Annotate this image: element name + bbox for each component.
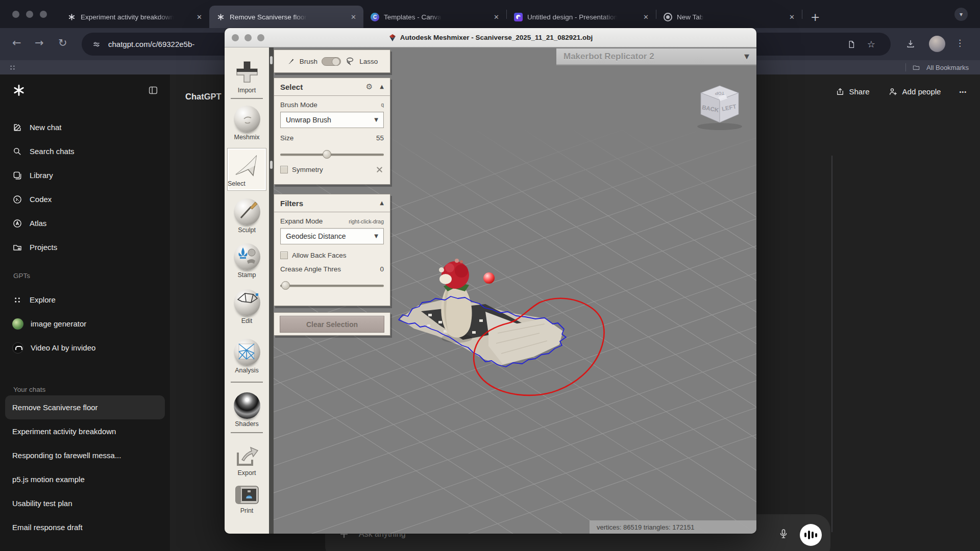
crease-angle-value: 0 xyxy=(380,265,384,273)
sidebar-item-projects[interactable]: Projects xyxy=(5,235,165,259)
tab-title: New Tab xyxy=(677,13,703,21)
gear-icon[interactable]: ⚙ xyxy=(366,83,373,91)
tab-close-icon[interactable]: ✕ xyxy=(788,14,796,20)
scroll-indicator xyxy=(270,56,273,64)
size-slider[interactable] xyxy=(280,150,384,159)
symmetry-checkbox[interactable] xyxy=(280,166,288,173)
tool-shaders[interactable]: Shaders xyxy=(225,392,269,428)
close-window-button[interactable] xyxy=(232,34,239,41)
tab-new-tab[interactable]: New Tab ✕ xyxy=(656,6,802,28)
minimize-window-button[interactable] xyxy=(244,34,252,41)
select-panel-header[interactable]: Select ⚙ ▲ xyxy=(274,78,390,96)
tool-sculpt[interactable]: Sculpt xyxy=(225,198,269,234)
printer-selector-dropdown[interactable]: Makerbot Replicator 2 ▼ xyxy=(556,48,756,65)
chat-item-remove-scaniverse[interactable]: Remove Scaniverse floor xyxy=(5,395,165,419)
profile-avatar[interactable] xyxy=(929,36,945,52)
bookmark-star-icon[interactable]: ☆ xyxy=(867,40,875,49)
brush-icon xyxy=(286,57,296,66)
collapse-icon[interactable]: ▲ xyxy=(380,84,384,89)
share-button[interactable]: Share xyxy=(836,87,870,96)
chat-item-p5js-motion[interactable]: p5.js motion example xyxy=(5,467,165,491)
tab-close-icon[interactable]: ✕ xyxy=(195,14,203,20)
tool-print[interactable]: Print xyxy=(225,483,269,514)
clear-selection-label: Clear Selection xyxy=(306,320,358,329)
allow-back-faces-checkbox[interactable] xyxy=(280,252,288,259)
zoom-window-button[interactable] xyxy=(40,11,47,18)
back-icon[interactable]: ← xyxy=(12,38,21,48)
tool-analysis[interactable]: Analysis xyxy=(225,339,269,374)
tab-search-chevron-icon[interactable]: ▾ xyxy=(954,8,968,21)
slider-knob[interactable] xyxy=(281,281,290,290)
brush-lasso-toggle[interactable] xyxy=(322,57,341,66)
minimize-window-button[interactable] xyxy=(26,11,33,18)
sidebar-item-codex[interactable]: Codex xyxy=(5,187,165,211)
tool-import[interactable]: Import xyxy=(225,59,269,94)
atlas-icon xyxy=(12,218,22,229)
collapse-icon[interactable]: ▲ xyxy=(380,201,384,206)
tab-templates-canva[interactable]: C Templates - Canva ✕ xyxy=(363,6,506,28)
slider-knob[interactable] xyxy=(323,150,331,159)
tool-stamp[interactable]: Stamp xyxy=(225,243,269,279)
new-tab-button[interactable]: + xyxy=(811,12,820,23)
tab-close-icon[interactable]: ✕ xyxy=(493,14,500,20)
chat-item-experiment-activity[interactable]: Experiment activity breakdown xyxy=(5,419,165,443)
tool-label: Edit xyxy=(225,317,269,324)
page-title[interactable]: ChatGPT xyxy=(185,92,222,102)
browser-menu-icon[interactable]: ⋮ xyxy=(955,39,964,47)
reload-icon[interactable]: ↻ xyxy=(58,38,67,48)
crease-angle-slider[interactable] xyxy=(280,281,384,290)
sidebar-item-library[interactable]: Library xyxy=(5,163,165,187)
sidebar-item-label: Search chats xyxy=(30,147,75,156)
tool-select-active[interactable]: Select xyxy=(227,148,266,191)
sidebar-item-search-chats[interactable]: Search chats xyxy=(5,139,165,163)
tab-remove-scaniverse[interactable]: Remove Scaniverse floor ✕ xyxy=(209,6,363,28)
chevron-down-icon: ▼ xyxy=(374,234,378,239)
chat-scrollbar[interactable] xyxy=(831,156,832,532)
tab-close-icon[interactable]: ✕ xyxy=(350,14,357,20)
dropdown-value: Geodesic Distance xyxy=(286,232,346,240)
voice-mode-button[interactable] xyxy=(800,524,822,546)
expand-mode-dropdown[interactable]: Geodesic Distance ▼ xyxy=(280,228,384,244)
tool-label: Meshmix xyxy=(225,134,269,141)
chat-item-usability-test[interactable]: Usability test plan xyxy=(5,491,165,515)
sidebar-item-video-ai[interactable]: Video AI by invideo xyxy=(5,336,165,360)
panel-scroll-strip[interactable] xyxy=(269,47,274,534)
viewcube-top-label: TOP xyxy=(715,91,724,96)
close-window-button[interactable] xyxy=(12,11,19,18)
import-icon xyxy=(234,59,260,85)
symmetry-label: Symmetry xyxy=(292,166,323,173)
tab-close-icon[interactable]: ✕ xyxy=(642,14,650,20)
sidebar-item-atlas[interactable]: Atlas xyxy=(5,211,165,235)
all-bookmarks[interactable]: All Bookmarks xyxy=(905,63,969,71)
tab-untitled-design[interactable]: Untitled design - Presentation ✕ xyxy=(507,6,656,28)
tool-export[interactable]: Export xyxy=(225,443,269,477)
sidebar-item-image-generator[interactable]: image generator xyxy=(5,312,165,336)
brush-mode-dropdown[interactable]: Unwrap Brush ▼ xyxy=(280,112,384,128)
chat-item-email-response[interactable]: Email response draft xyxy=(5,515,165,539)
sidebar-item-explore-gpts[interactable]: Explore xyxy=(5,288,165,312)
chat-item-farewell-message[interactable]: Responding to farewell messa... xyxy=(5,443,165,467)
site-settings-icon[interactable] xyxy=(92,40,101,49)
forward-icon[interactable]: → xyxy=(35,38,44,48)
sidebar-item-new-chat[interactable]: New chat xyxy=(5,115,165,139)
filters-panel-header[interactable]: Filters ▲ xyxy=(274,194,390,212)
tool-meshmix[interactable]: Meshmix xyxy=(225,106,269,141)
zoom-window-button[interactable] xyxy=(257,34,264,41)
symmetry-tools-icon[interactable] xyxy=(375,165,384,174)
viewcube[interactable]: TOP BACK LEFT xyxy=(692,82,748,132)
meshmixer-title-bar[interactable]: Autodesk Meshmixer - Scaniverse_2025_11_… xyxy=(225,28,756,47)
reading-mode-icon[interactable] xyxy=(847,40,856,49)
chatgpt-logo-icon[interactable] xyxy=(12,84,26,97)
tab-experiment-activity[interactable]: Experiment activity breakdown ✕ xyxy=(60,6,209,28)
waveform-bar xyxy=(804,533,806,537)
downloads-icon[interactable] xyxy=(905,39,916,49)
tool-edit[interactable]: Edit xyxy=(225,289,269,324)
add-people-button[interactable]: Add people xyxy=(888,87,941,96)
chatgpt-favicon xyxy=(216,13,225,21)
clear-selection-button[interactable]: Clear Selection xyxy=(280,316,384,333)
apps-grid-icon[interactable] xyxy=(8,63,17,72)
dictate-mic-icon[interactable] xyxy=(777,528,790,540)
sidebar-toggle-icon[interactable] xyxy=(148,85,159,96)
more-options-icon[interactable]: ••• xyxy=(959,89,967,95)
url-text: chatgpt.com/c/69322e5b- xyxy=(108,40,194,48)
